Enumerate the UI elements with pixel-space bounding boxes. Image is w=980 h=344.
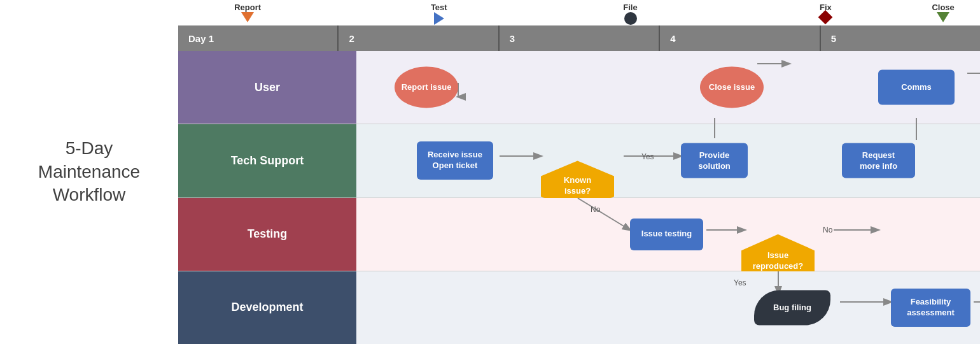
day-2: 2 (339, 25, 499, 51)
user-lane-label: User (178, 51, 356, 124)
report-issue-node: Report issue (395, 67, 458, 108)
testing-lane-content: No Issue testing Issuereproduced? No Res… (356, 198, 980, 271)
test-marker (434, 12, 444, 25)
no-label-known: No (591, 205, 600, 214)
yes-label-reproduced: Yes (734, 278, 746, 287)
timeline-header: Report Test File Fix (178, 0, 980, 51)
comms-node: Comms (878, 70, 955, 105)
close-marker (937, 12, 949, 22)
techsupport-lane-label: Tech Support (178, 124, 356, 197)
days-bar: Day 1 2 3 4 5 (178, 25, 980, 51)
user-lane: User (178, 51, 980, 124)
issue-testing-node: Issue testing (630, 219, 703, 250)
title-panel: 5-Day MaintenanceWorkflow (0, 0, 178, 344)
report-marker (241, 12, 254, 22)
fix-marker (818, 10, 833, 25)
main-container: 5-Day MaintenanceWorkflow Report Test F (0, 0, 980, 344)
provide-solution-node: Providesolution (681, 143, 748, 178)
request-more-info-node: Requestmore info (842, 143, 915, 178)
workflow-area: Report Test File Fix (178, 0, 980, 344)
development-lane-label: Development (178, 271, 356, 344)
development-connectors (356, 271, 980, 344)
day-1: Day 1 (178, 25, 339, 51)
receive-issue-node: Receive issueOpen ticket (417, 141, 493, 180)
page-title: 5-Day MaintenanceWorkflow (13, 137, 165, 206)
file-marker (624, 12, 637, 25)
day-3: 3 (500, 25, 660, 51)
milestone-file-label: File (623, 3, 637, 12)
close-issue-1-node: Close issue (700, 67, 764, 108)
development-lane-content: Yes Bug filing Feasibilityassessment Fix… (356, 271, 980, 344)
no-label-reproduced: No (823, 226, 832, 234)
techsupport-lane-content: Receive issueOpen ticket Knownissue? Yes… (356, 124, 980, 197)
testing-lane: Testing (178, 198, 980, 271)
milestone-close-label: Close (932, 3, 954, 12)
feasibility-node: Feasibilityassessment (891, 289, 970, 327)
milestone-report-label: Report (234, 3, 261, 12)
yes-label-known: Yes (641, 152, 654, 161)
day-5: 5 (821, 25, 980, 51)
day-4: 4 (660, 25, 820, 51)
bug-filing-node: Bug filing (754, 290, 830, 325)
milestone-test-label: Test (431, 3, 447, 12)
user-lane-content: Report issue Close issue Comms Close iss… (356, 51, 980, 124)
development-lane: Development (178, 271, 980, 344)
swim-lanes: User (178, 51, 980, 344)
techsupport-lane: Tech Support (178, 124, 980, 197)
testing-lane-label: Testing (178, 198, 356, 271)
svg-line-9 (578, 198, 630, 230)
